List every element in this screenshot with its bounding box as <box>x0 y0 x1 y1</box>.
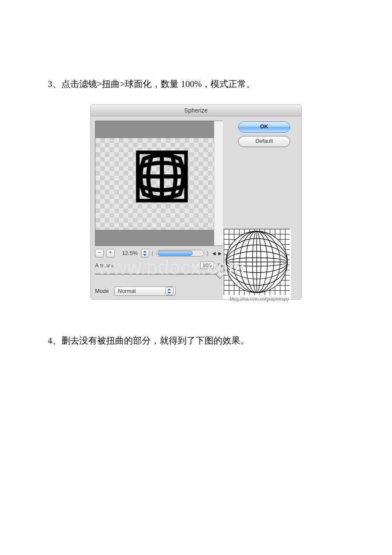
preview-horizontal-scrollbar[interactable] <box>156 250 204 257</box>
dialog-right-column: OK Default <box>223 121 297 296</box>
zoom-in-button[interactable]: + <box>106 249 115 257</box>
step-3-text: 3、点击滤镜>扭曲>球面化，数量 100%，模式正常。 <box>48 77 358 92</box>
default-button[interactable]: Default <box>238 136 290 147</box>
mode-select[interactable]: Normal <box>114 286 176 296</box>
amount-slider[interactable] <box>95 270 223 278</box>
spherize-preview-graphic <box>134 148 190 205</box>
mode-label: Mode <box>95 288 109 294</box>
preview-vertical-scrollbar[interactable] <box>214 121 223 246</box>
hscroll-left-paren: ( <box>152 250 153 256</box>
amount-input[interactable]: 100 <box>200 262 214 269</box>
dialog-left-column: − + 12.5% ( ) ◀ ▶ Amount 100 <box>95 121 223 296</box>
ok-button[interactable]: OK <box>238 121 290 133</box>
dialog-title: Spherize <box>91 105 301 116</box>
hscroll-right-paren: ) <box>207 250 208 256</box>
image-credit: blog.sina.com.cn/graphicspy <box>223 296 291 304</box>
amount-unit: % <box>218 262 223 269</box>
mode-value: Normal <box>118 288 136 294</box>
zoom-out-button[interactable]: − <box>95 249 104 257</box>
nav-left-icon[interactable]: ◀ <box>211 250 217 256</box>
zoom-stepper[interactable] <box>141 249 149 257</box>
step-4-text: 4、删去没有被扭曲的部分，就得到了下图的效果。 <box>48 334 358 348</box>
effect-thumbnail: blog.sina.com.cn/graphicspy <box>223 229 291 299</box>
spherize-thumbnail-graphic <box>224 229 290 295</box>
zoom-value: 12.5% <box>117 250 138 256</box>
preview-area <box>95 121 223 246</box>
zoom-controls: − + 12.5% ( ) ◀ ▶ <box>95 249 223 258</box>
amount-label: Amount <box>95 262 114 269</box>
nav-right-icon[interactable]: ▶ <box>217 250 223 256</box>
spherize-dialog: Spherize <box>90 104 302 300</box>
mode-stepper-icon <box>165 287 173 295</box>
